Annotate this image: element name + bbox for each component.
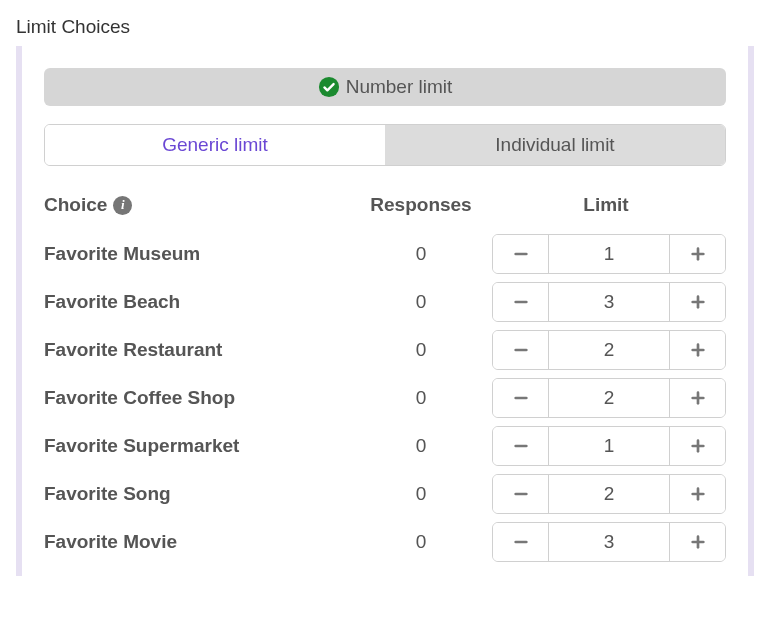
svg-rect-21 <box>696 535 699 548</box>
minus-icon <box>511 436 531 456</box>
limit-stepper: 2 <box>486 330 726 370</box>
number-limit-banner: Number limit <box>44 68 726 106</box>
decrement-button[interactable] <box>493 331 549 369</box>
responses-value: 0 <box>356 531 486 553</box>
increment-button[interactable] <box>669 475 725 513</box>
banner-label: Number limit <box>346 76 453 98</box>
svg-rect-4 <box>514 301 527 304</box>
limit-stepper-group: 2 <box>492 330 726 370</box>
decrement-button[interactable] <box>493 427 549 465</box>
choice-name: Favorite Restaurant <box>44 339 356 361</box>
svg-rect-15 <box>696 439 699 452</box>
responses-value: 0 <box>356 435 486 457</box>
table-row: Favorite Beach03 <box>44 278 726 326</box>
plus-icon <box>688 292 708 312</box>
responses-value: 0 <box>356 483 486 505</box>
column-header-limit: Limit <box>486 194 726 216</box>
tab-generic-limit[interactable]: Generic limit <box>45 125 385 165</box>
choices-table-body: Favorite Museum01Favorite Beach03Favorit… <box>44 230 726 566</box>
limit-value[interactable]: 2 <box>549 379 669 417</box>
increment-button[interactable] <box>669 523 725 561</box>
limit-stepper: 1 <box>486 426 726 466</box>
svg-rect-7 <box>514 349 527 352</box>
tab-individual-limit[interactable]: Individual limit <box>385 125 725 165</box>
table-row: Favorite Song02 <box>44 470 726 518</box>
choice-name: Favorite Supermarket <box>44 435 356 457</box>
limit-type-tabs: Generic limit Individual limit <box>44 124 726 166</box>
svg-rect-13 <box>514 445 527 448</box>
limit-stepper-group: 1 <box>492 426 726 466</box>
table-header: Choice i Responses Limit <box>44 194 726 216</box>
limit-value[interactable]: 2 <box>549 475 669 513</box>
svg-rect-12 <box>696 391 699 404</box>
svg-rect-19 <box>514 541 527 544</box>
limit-stepper: 3 <box>486 282 726 322</box>
decrement-button[interactable] <box>493 379 549 417</box>
plus-icon <box>688 244 708 264</box>
minus-icon <box>511 244 531 264</box>
plus-icon <box>688 340 708 360</box>
minus-icon <box>511 292 531 312</box>
svg-rect-6 <box>696 295 699 308</box>
limit-value[interactable]: 1 <box>549 427 669 465</box>
limit-stepper: 2 <box>486 474 726 514</box>
svg-rect-18 <box>696 487 699 500</box>
plus-icon <box>688 484 708 504</box>
limit-stepper-group: 1 <box>492 234 726 274</box>
table-row: Favorite Movie03 <box>44 518 726 566</box>
svg-rect-10 <box>514 397 527 400</box>
decrement-button[interactable] <box>493 283 549 321</box>
table-row: Favorite Supermarket01 <box>44 422 726 470</box>
table-row: Favorite Museum01 <box>44 230 726 278</box>
column-header-responses: Responses <box>356 194 486 216</box>
minus-icon <box>511 532 531 552</box>
limit-value[interactable]: 1 <box>549 235 669 273</box>
choice-name: Favorite Museum <box>44 243 356 265</box>
responses-value: 0 <box>356 339 486 361</box>
info-icon[interactable]: i <box>113 196 132 215</box>
limit-stepper-group: 3 <box>492 282 726 322</box>
minus-icon <box>511 340 531 360</box>
plus-icon <box>688 532 708 552</box>
responses-value: 0 <box>356 291 486 313</box>
choice-name: Favorite Song <box>44 483 356 505</box>
check-circle-icon <box>318 76 340 98</box>
limit-stepper-group: 3 <box>492 522 726 562</box>
page-title: Limit Choices <box>0 0 770 46</box>
table-row: Favorite Restaurant02 <box>44 326 726 374</box>
limit-stepper: 3 <box>486 522 726 562</box>
limit-panel: Number limit Generic limit Individual li… <box>22 46 748 576</box>
choice-name: Favorite Coffee Shop <box>44 387 356 409</box>
limit-stepper-group: 2 <box>492 378 726 418</box>
limit-value[interactable]: 3 <box>549 283 669 321</box>
column-header-choice: Choice <box>44 194 107 216</box>
limit-value[interactable]: 3 <box>549 523 669 561</box>
svg-rect-9 <box>696 343 699 356</box>
increment-button[interactable] <box>669 235 725 273</box>
table-row: Favorite Coffee Shop02 <box>44 374 726 422</box>
increment-button[interactable] <box>669 427 725 465</box>
increment-button[interactable] <box>669 379 725 417</box>
choice-name: Favorite Beach <box>44 291 356 313</box>
decrement-button[interactable] <box>493 523 549 561</box>
minus-icon <box>511 484 531 504</box>
plus-icon <box>688 436 708 456</box>
responses-value: 0 <box>356 243 486 265</box>
minus-icon <box>511 388 531 408</box>
side-rail-right <box>748 46 754 576</box>
responses-value: 0 <box>356 387 486 409</box>
svg-rect-3 <box>696 247 699 260</box>
plus-icon <box>688 388 708 408</box>
decrement-button[interactable] <box>493 475 549 513</box>
limit-stepper-group: 2 <box>492 474 726 514</box>
svg-rect-1 <box>514 253 527 256</box>
limit-stepper: 2 <box>486 378 726 418</box>
panel-container: Number limit Generic limit Individual li… <box>0 46 770 576</box>
increment-button[interactable] <box>669 283 725 321</box>
limit-value[interactable]: 2 <box>549 331 669 369</box>
decrement-button[interactable] <box>493 235 549 273</box>
increment-button[interactable] <box>669 331 725 369</box>
limit-stepper: 1 <box>486 234 726 274</box>
svg-rect-16 <box>514 493 527 496</box>
choice-name: Favorite Movie <box>44 531 356 553</box>
